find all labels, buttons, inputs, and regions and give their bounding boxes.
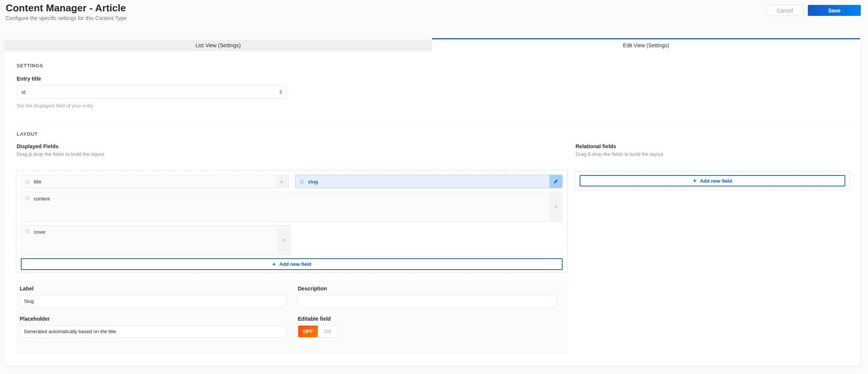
cancel-button-label: Cancel [776, 8, 793, 14]
tab-list-view-label: List View (Settings) [196, 42, 241, 48]
tab-edit-view-settings[interactable]: Edit View (Settings) [432, 38, 860, 51]
tab-list-view-settings[interactable]: List View (Settings) [4, 38, 432, 51]
panel-body: SETTINGS Entry title id Set the displaye… [4, 51, 860, 366]
select-stepper-icon[interactable] [279, 90, 282, 94]
remove-field-icon[interactable]: × [277, 225, 290, 255]
relational-fields-header: Relational fields Drag & drop the fields… [576, 143, 663, 157]
field-chip-content[interactable]: content × [21, 192, 563, 222]
displayed-fields-subtitle: Drag & drop the fields to build the layo… [17, 151, 104, 157]
field-chip-label: cover [34, 229, 46, 235]
tab-edit-view-label: Edit View (Settings) [623, 42, 669, 48]
relational-fields-title: Relational fields [576, 143, 663, 149]
remove-field-icon[interactable]: × [549, 192, 562, 221]
cancel-button[interactable]: Cancel [766, 5, 803, 16]
edit-field-button[interactable] [549, 175, 562, 188]
settings-section-title: SETTINGS [17, 63, 43, 68]
page-title: Content Manager - Article [6, 2, 127, 14]
editable-form-group: Editable field OFF ON [298, 316, 557, 338]
entry-title-select-value: id [22, 89, 25, 95]
pencil-icon [553, 179, 558, 184]
toggle-on-option[interactable]: ON [318, 326, 338, 337]
field-edit-form: Label Description Placeholder Editable f… [16, 279, 568, 354]
drag-handle-icon[interactable] [300, 180, 304, 184]
layout-section-title: LAYOUT [17, 131, 38, 137]
entry-title-select[interactable]: id [17, 85, 287, 99]
add-new-relational-field-button[interactable]: + Add new field [580, 175, 845, 186]
displayed-fields-title: Displayed Fields [17, 143, 104, 149]
description-input[interactable] [298, 295, 557, 307]
label-field-label: Label [20, 286, 286, 292]
drag-handle-icon[interactable] [25, 229, 30, 233]
content-panel: List View (Settings) Edit View (Settings… [4, 38, 860, 366]
field-chip-title[interactable]: title × [21, 175, 289, 188]
drag-handle-icon[interactable] [25, 196, 30, 200]
add-new-field-button[interactable]: + Add new field [21, 258, 563, 270]
entry-title-help: Set the displayed field of your entry [17, 103, 93, 109]
add-new-relational-field-label: Add new field [700, 178, 732, 184]
editable-field-label: Editable field [298, 316, 557, 322]
section-divider [17, 121, 851, 122]
page-subtitle: Configure the specific settings for this… [6, 15, 127, 21]
field-chip-label: title [34, 179, 41, 185]
add-new-field-label: Add new field [279, 261, 311, 267]
toggle-off-option[interactable]: OFF [298, 326, 318, 337]
page-header: Content Manager - Article Configure the … [6, 2, 127, 21]
relational-fields-dropzone: + Add new field [575, 171, 850, 190]
placeholder-form-group: Placeholder [20, 316, 286, 338]
relational-fields-subtitle: Drag & drop the fields to build the layo… [576, 151, 663, 157]
displayed-fields-dropzone: title × slug [16, 170, 568, 273]
view-tabs: List View (Settings) Edit View (Settings… [4, 38, 860, 51]
displayed-fields-header: Displayed Fields Drag & drop the fields … [17, 143, 104, 157]
label-form-group: Label [20, 286, 286, 307]
plus-icon: + [272, 261, 276, 267]
description-field-label: Description [298, 286, 557, 292]
editable-toggle[interactable]: OFF ON [298, 325, 338, 338]
entry-title-label: Entry title [17, 76, 41, 82]
plus-icon: + [693, 178, 697, 184]
field-chip-label: slug [308, 179, 318, 185]
field-chip-cover[interactable]: cover × [21, 225, 291, 255]
field-chip-label: content [34, 196, 50, 202]
drag-handle-icon[interactable] [25, 180, 30, 184]
placeholder-input[interactable] [20, 325, 286, 338]
description-form-group: Description [298, 286, 557, 307]
field-chip-slug[interactable]: slug [295, 175, 563, 188]
field-chip-row: title × slug [21, 175, 563, 188]
label-input[interactable] [20, 295, 286, 307]
placeholder-field-label: Placeholder [20, 316, 286, 322]
save-button-label: Save [828, 8, 841, 14]
save-button[interactable]: Save [808, 5, 861, 16]
remove-field-icon[interactable]: × [275, 175, 288, 188]
